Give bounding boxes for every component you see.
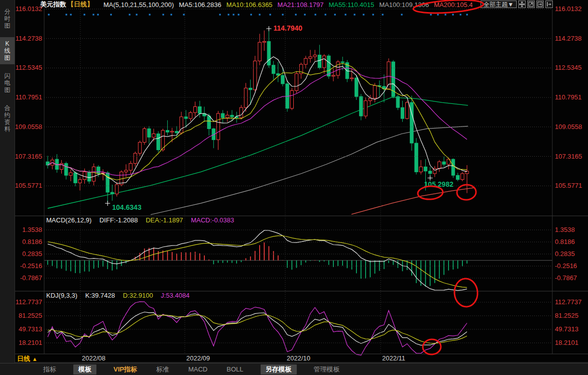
- event-marker-dot: [259, 14, 261, 16]
- kdj-k-value: K:39.7428: [85, 292, 115, 299]
- candle: [369, 98, 372, 101]
- y-axis-label: 1.3538: [555, 226, 575, 233]
- kdj-d-value: D:32.9100: [123, 292, 153, 299]
- event-marker-dot: [363, 14, 365, 16]
- candle: [226, 115, 229, 117]
- event-marker-dot: [171, 14, 172, 16]
- y-axis-label: 1.3538: [8, 226, 42, 233]
- candle: [221, 113, 224, 117]
- main-chart-layer: [46, 30, 475, 214]
- event-marker-dot: [437, 14, 439, 16]
- candle: [322, 56, 325, 68]
- event-marker-dot: [228, 14, 229, 16]
- kdj-layer: [48, 302, 467, 355]
- candle: [350, 78, 353, 79]
- candle: [295, 74, 298, 91]
- candle: [198, 107, 201, 114]
- macd-macd-value: MACD:-0.0383: [191, 216, 234, 224]
- y-axis-label: 0.2835: [555, 250, 575, 258]
- event-marker-dot: [430, 14, 432, 16]
- y-axis-label: 114.2738: [555, 35, 581, 42]
- event-marker-dot: [401, 14, 403, 16]
- candle: [461, 174, 464, 180]
- tab-3[interactable]: 标准: [154, 364, 171, 374]
- x-axis-label: 2022/11: [382, 354, 405, 362]
- event-marker-dot: [354, 14, 356, 16]
- y-axis-label: -0.7867: [555, 274, 577, 282]
- event-marker-dot: [48, 14, 50, 16]
- event-marker-dot: [373, 14, 374, 16]
- y-axis-label: 49.7313: [555, 325, 578, 333]
- candle: [69, 173, 72, 175]
- tab-4[interactable]: MACD: [186, 365, 209, 373]
- kdj-j-value: J:53.4084: [161, 292, 189, 299]
- candle: [65, 164, 68, 176]
- x-axis-label: 2022/09: [186, 354, 210, 362]
- tab-1[interactable]: 模板: [73, 364, 96, 374]
- candle: [148, 129, 151, 137]
- event-marker-dot: [270, 14, 271, 16]
- tab-5[interactable]: BOLL: [224, 365, 245, 373]
- event-marker-dot: [84, 14, 85, 16]
- y-axis-label: -0.7867: [8, 274, 42, 282]
- y-axis-label: 81.2525: [555, 312, 578, 319]
- chart-canvas[interactable]: 114.7940104.6343105.2982: [0, 0, 588, 375]
- candle: [78, 180, 81, 183]
- event-marker-dot: [282, 14, 284, 16]
- event-marker-dot: [295, 14, 297, 16]
- candle: [189, 112, 192, 118]
- y-axis-label: 112.7737: [555, 298, 581, 306]
- candle: [424, 167, 427, 171]
- candle: [451, 159, 454, 175]
- high-price-label: 114.7940: [273, 24, 302, 32]
- candle: [129, 164, 132, 171]
- y-axis-label: 114.2738: [8, 35, 42, 42]
- event-marker-dot: [66, 14, 67, 16]
- y-axis-label: 49.7313: [8, 325, 42, 333]
- y-axis-label: -0.2516: [555, 262, 577, 270]
- tab-7[interactable]: 管理模板: [312, 364, 342, 374]
- candle: [373, 85, 376, 98]
- y-axis-label: 116.0132: [555, 5, 581, 13]
- y-axis-label: 107.3165: [555, 153, 582, 160]
- event-marker-dot: [233, 14, 234, 16]
- event-marker-dot: [466, 14, 468, 16]
- candle: [171, 131, 174, 132]
- candle: [258, 42, 261, 61]
- y-axis-label: 112.5345: [555, 64, 581, 71]
- y-axis-label: 110.7951: [555, 93, 581, 101]
- y-axis-label: 0.8186: [8, 238, 42, 245]
- event-marker-dot: [97, 14, 99, 16]
- annotation-circle: [413, 0, 484, 15]
- tab-0[interactable]: 指标: [41, 364, 58, 374]
- candle: [415, 143, 418, 172]
- event-marker-dot: [163, 14, 164, 16]
- candle: [309, 57, 312, 58]
- candle: [387, 62, 390, 89]
- candle: [318, 55, 321, 68]
- candle: [438, 162, 441, 169]
- candle: [428, 171, 431, 174]
- bottom-tab-bar: 指标模板VIP指标标准MACDBOLL另存模板管理模板: [0, 363, 588, 375]
- tab-6[interactable]: 另存模板: [261, 364, 297, 374]
- event-marker-dot: [219, 14, 221, 16]
- period-selector[interactable]: 日线 ▲: [17, 354, 38, 363]
- event-marker-dot: [136, 14, 138, 16]
- y-axis-label: 109.0558: [555, 123, 582, 131]
- candle: [166, 131, 169, 132]
- candle: [74, 173, 77, 183]
- trading-app-window: 分时图K线图闪电图合约资料 美元指数 【日线】 MA(5,10,21,55,10…: [0, 0, 588, 375]
- y-axis-label: 112.7737: [8, 298, 42, 306]
- candle: [442, 162, 445, 164]
- candle: [290, 90, 293, 108]
- candle: [240, 107, 243, 117]
- tab-2[interactable]: VIP指标: [111, 364, 139, 374]
- candle: [281, 75, 284, 84]
- event-marker-dot: [460, 14, 461, 16]
- event-marker-dot: [183, 14, 185, 16]
- event-marker-dot: [325, 14, 326, 16]
- candle: [254, 61, 257, 89]
- y-axis-label: -0.2516: [8, 262, 42, 270]
- y-axis-label: 116.0132: [8, 5, 42, 13]
- kdj-name: KDJ(9,3,3): [46, 292, 77, 299]
